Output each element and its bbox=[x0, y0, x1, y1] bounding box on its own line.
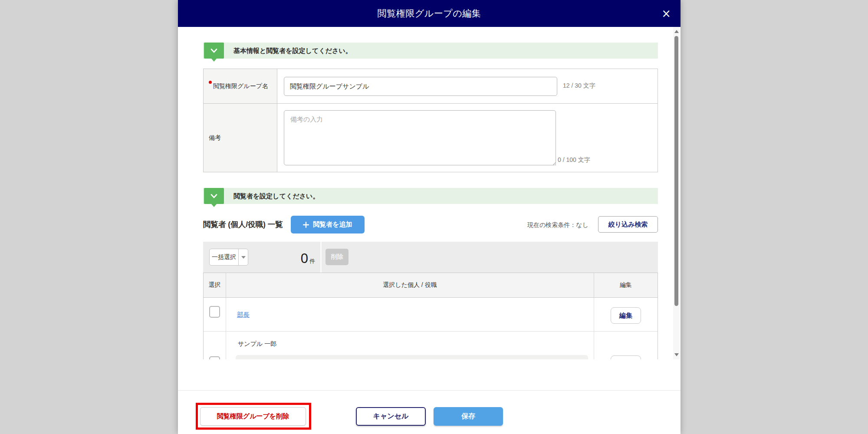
select-cell bbox=[204, 298, 226, 331]
person-cell: サンプル 一郎 bbox=[226, 332, 594, 359]
edit-permission-group-dialog: 閲覧権限グループの編集 × 基本情報と閲覧者を設定してください。 閲覧権限グルー… bbox=[178, 0, 681, 434]
caret-down-icon bbox=[241, 256, 246, 259]
selected-count: 0 件 bbox=[251, 252, 315, 265]
chevron-down-icon bbox=[210, 194, 217, 198]
table-header-row: 選択 選択した個人 / 役職 編集 bbox=[204, 273, 658, 298]
viewers-table: 選択 選択した個人 / 役職 編集 部長 編集 サンプル 一郎 bbox=[203, 273, 658, 359]
dialog-title: 閲覧権限グループの編集 bbox=[378, 7, 481, 20]
group-name-row: 閲覧権限グループ名 12 / 30 文字 bbox=[204, 69, 658, 103]
chevron-down-icon bbox=[210, 49, 217, 53]
group-name-input[interactable] bbox=[284, 77, 557, 96]
table-row: 部長 編集 bbox=[204, 298, 658, 332]
save-button[interactable]: 保存 bbox=[434, 407, 503, 426]
edit-row-button[interactable]: 編集 bbox=[611, 355, 641, 359]
group-name-counter: 12 / 30 文字 bbox=[563, 82, 595, 90]
note-row: 備考 0 / 100 文字 bbox=[204, 103, 658, 172]
row-checkbox[interactable] bbox=[209, 356, 220, 359]
list-toolbar: 一括選択 0 件 削除 bbox=[203, 242, 658, 273]
section-banner-basic: 基本情報と閲覧者を設定してください。 bbox=[203, 43, 658, 59]
delete-selected-button-disabled[interactable]: 削除 bbox=[326, 249, 349, 265]
toolbar-divider bbox=[320, 242, 322, 273]
note-value-cell: 0 / 100 文字 bbox=[277, 104, 658, 172]
table-row: サンプル 一郎 編集 bbox=[204, 332, 658, 359]
close-icon[interactable]: × bbox=[661, 8, 671, 19]
edit-cell: 編集 bbox=[594, 298, 658, 331]
note-label: 備考 bbox=[209, 134, 221, 142]
selected-count-value: 0 bbox=[301, 252, 308, 265]
plus-icon bbox=[303, 222, 309, 228]
section-banner-viewers: 閲覧者を設定してください。 bbox=[203, 188, 658, 204]
person-cell: 部長 bbox=[226, 298, 594, 331]
vertical-scrollbar[interactable] bbox=[673, 27, 680, 359]
banner-text-basic: 基本情報と閲覧者を設定してください。 bbox=[233, 43, 352, 59]
person-name: サンプル 一郎 bbox=[238, 340, 276, 348]
note-label-cell: 備考 bbox=[204, 104, 277, 172]
edit-cell: 編集 bbox=[594, 332, 658, 359]
collapse-toggle-basic[interactable] bbox=[204, 43, 224, 59]
note-textarea[interactable] bbox=[284, 110, 556, 165]
dropdown-arrow-button[interactable] bbox=[238, 249, 248, 265]
select-cell bbox=[204, 332, 226, 359]
scrollbar-thumb[interactable] bbox=[674, 36, 678, 306]
search-condition-text: 現在の検索条件：なし bbox=[527, 217, 589, 233]
header-person: 選択した個人 / 役職 bbox=[226, 273, 594, 297]
group-name-label: 閲覧権限グループ名 bbox=[213, 82, 268, 90]
collapse-toggle-viewers[interactable] bbox=[204, 188, 224, 204]
banner-text-viewers: 閲覧者を設定してください。 bbox=[233, 188, 319, 204]
person-link[interactable]: 部長 bbox=[237, 310, 250, 319]
header-select: 選択 bbox=[204, 273, 226, 297]
add-viewer-button[interactable]: 閲覧者を追加 bbox=[291, 216, 365, 233]
basic-info-form: 閲覧権限グループ名 12 / 30 文字 備考 0 / 100 文字 bbox=[203, 69, 658, 172]
group-name-label-cell: 閲覧権限グループ名 bbox=[204, 69, 277, 103]
header-edit: 編集 bbox=[594, 273, 658, 297]
add-viewer-label: 閲覧者を追加 bbox=[313, 220, 352, 229]
person-detail-bar bbox=[236, 355, 588, 359]
bulk-select-label: 一括選択 bbox=[210, 249, 238, 265]
edit-row-button[interactable]: 編集 bbox=[611, 307, 641, 324]
filter-search-button[interactable]: 絞り込み検索 bbox=[598, 216, 658, 233]
scroll-down-icon[interactable] bbox=[674, 353, 679, 356]
group-name-value-cell: 12 / 30 文字 bbox=[277, 69, 658, 103]
dialog-titlebar: 閲覧権限グループの編集 × bbox=[178, 0, 681, 27]
scroll-up-icon[interactable] bbox=[674, 30, 679, 33]
note-counter: 0 / 100 文字 bbox=[558, 156, 590, 164]
viewers-list-heading: 閲覧者 (個人/役職) 一覧 bbox=[203, 216, 283, 233]
bulk-select-dropdown[interactable]: 一括選択 bbox=[209, 249, 248, 266]
cancel-button[interactable]: キャンセル bbox=[356, 407, 426, 426]
selected-count-unit: 件 bbox=[309, 257, 315, 265]
row-checkbox[interactable] bbox=[209, 306, 220, 318]
required-mark-icon bbox=[209, 81, 212, 84]
footer-divider bbox=[178, 390, 681, 391]
delete-group-button[interactable]: 閲覧権限グループを削除 bbox=[200, 407, 306, 426]
